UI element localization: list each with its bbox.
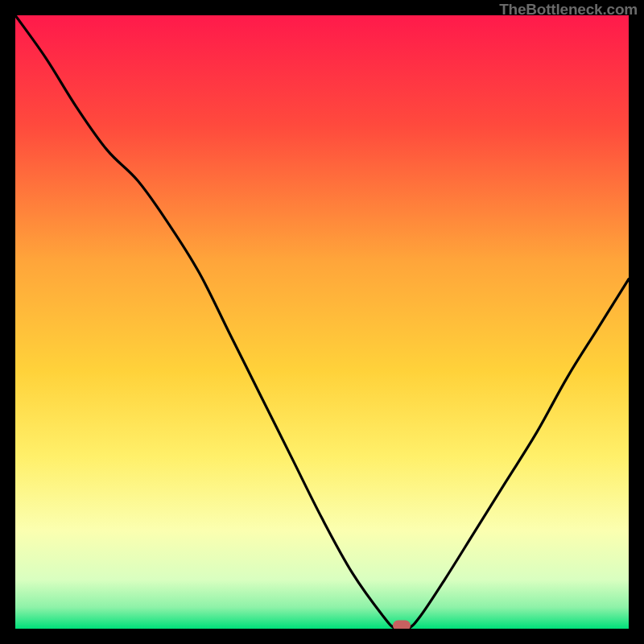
bottleneck-curve: [15, 15, 629, 629]
curve-layer: [15, 15, 629, 629]
bottleneck-chart: TheBottleneck.com: [0, 0, 644, 644]
plot-area: [15, 15, 629, 629]
optimal-marker: [393, 621, 411, 629]
